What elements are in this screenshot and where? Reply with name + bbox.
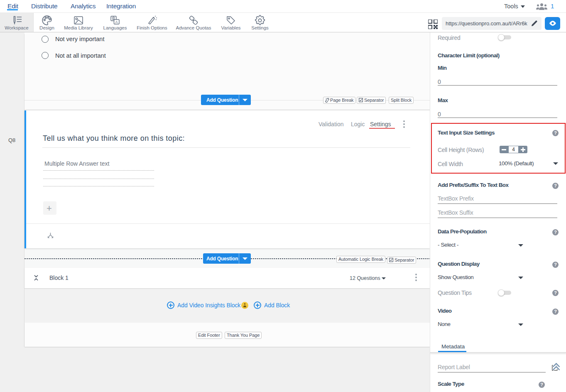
svg-text:A: A bbox=[115, 20, 118, 24]
